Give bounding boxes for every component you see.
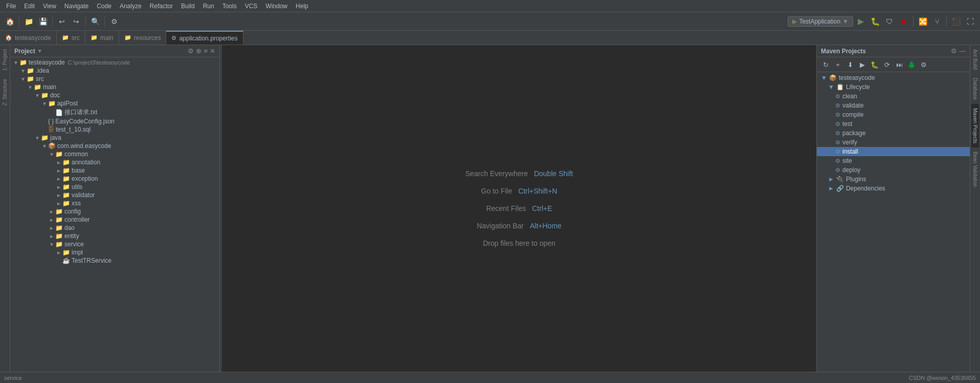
tree-item-json[interactable]: { } EasyCodeConfig.json — [10, 117, 219, 125]
tree-item-exception[interactable]: ► 📁 exception — [10, 175, 219, 183]
menu-run[interactable]: Run — [199, 2, 218, 11]
project-scroll-icon[interactable]: ⊕ — [196, 47, 202, 55]
menu-tools[interactable]: Tools — [218, 2, 241, 11]
maven-minimize-icon[interactable]: — — [959, 47, 966, 55]
hint-recent-shortcut[interactable]: Ctrl+E — [532, 204, 552, 212]
menu-navigate[interactable]: Navigate — [60, 2, 93, 11]
maven-item-test[interactable]: ⚙ test — [817, 119, 970, 129]
maven-lifecycle-btn[interactable]: ⟳ — [881, 59, 893, 70]
maven-run-btn[interactable]: ▶ — [857, 59, 868, 70]
maven-item-site[interactable]: ⚙ site — [817, 156, 970, 165]
tree-item-src[interactable]: ▼ 📁 src — [10, 75, 219, 83]
toolbar-terminal-btn[interactable]: ⬛ — [949, 15, 963, 28]
tree-label-dao: dao — [64, 224, 75, 231]
hint-search-shortcut[interactable]: Double Shift — [534, 169, 573, 178]
tree-item-apipost[interactable]: ▼ 📁 apiPost — [10, 99, 219, 108]
maven-item-clean[interactable]: ⚙ clean — [817, 92, 970, 101]
tree-item-txt[interactable]: 📄 接口请求.txt — [10, 108, 219, 117]
maven-item-compile[interactable]: ⚙ compile — [817, 110, 970, 119]
hint-nav-shortcut[interactable]: Alt+Home — [530, 222, 562, 230]
stop-button[interactable]: ■ — [897, 15, 910, 28]
maven-item-verify[interactable]: ⚙ verify — [817, 138, 970, 147]
tree-item-entity[interactable]: ► 📁 entity — [10, 232, 219, 240]
menu-window[interactable]: Window — [261, 2, 292, 11]
tree-item-sql[interactable]: 🗄 test_t_10.sql — [10, 125, 219, 134]
menu-refactor[interactable]: Refactor — [146, 2, 177, 11]
tab-resources[interactable]: 📁 resources — [119, 31, 167, 45]
tree-item-validator[interactable]: ► 📁 validator — [10, 191, 219, 199]
maven-item-lifecycle[interactable]: ▼ 📋 Lifecycle — [817, 82, 970, 92]
menu-build[interactable]: Build — [177, 2, 199, 11]
tab-src[interactable]: 📁 src — [57, 31, 85, 45]
tree-item-dao[interactable]: ► 📁 dao — [10, 224, 219, 232]
run-button[interactable]: ▶ — [854, 15, 867, 28]
maven-item-plugins[interactable]: ► 🔌 Plugins — [817, 175, 970, 184]
tab-testeasycode[interactable]: 🏠 testeasycode — [0, 31, 57, 45]
toolbar-branch-btn[interactable]: ⑂ — [930, 15, 944, 28]
toolbar-maximize-btn[interactable]: ⛶ — [964, 15, 977, 28]
menu-analyze[interactable]: Analyze — [116, 2, 146, 11]
toolbar-undo-btn[interactable]: ↩ — [55, 15, 69, 28]
toolbar-vcs-btn[interactable]: 🔀 — [916, 15, 929, 28]
run-config-dropdown[interactable]: ▶ TestApplication ▼ — [788, 16, 853, 27]
project-collapse-icon[interactable]: ≡ — [204, 47, 208, 55]
maven-settings-icon[interactable]: ⚙ — [951, 47, 957, 55]
right-tab-ant-build[interactable]: Ant Build — [971, 45, 979, 74]
tree-item-utils[interactable]: ► 📁 utils — [10, 183, 219, 191]
maven-item-validate[interactable]: ⚙ validate — [817, 101, 970, 110]
tree-item-package[interactable]: ▼ 📦 com.wind.easycode — [10, 142, 219, 150]
maven-tree-btn[interactable]: 🌲 — [906, 59, 917, 70]
tree-item-annotation[interactable]: ► 📁 annotation — [10, 158, 219, 166]
maven-item-testeasycode[interactable]: ▼ 📦 testeasycode — [817, 73, 970, 82]
tree-item-main[interactable]: ▼ 📁 main — [10, 83, 219, 91]
menu-code[interactable]: Code — [93, 2, 116, 11]
project-dropdown-arrow[interactable]: ▼ — [37, 48, 42, 54]
debug-button[interactable]: 🐛 — [868, 15, 882, 28]
tree-item-controller[interactable]: ► 📁 controller — [10, 216, 219, 224]
tree-item-common[interactable]: ▼ 📁 common — [10, 150, 219, 158]
tree-item-config[interactable]: ► 📁 config — [10, 207, 219, 216]
menu-vcs[interactable]: VCS — [241, 2, 262, 11]
maven-add-btn[interactable]: + — [832, 59, 843, 70]
menu-file[interactable]: File — [2, 2, 20, 11]
right-tab-database[interactable]: Database — [971, 74, 979, 104]
hint-goto-shortcut[interactable]: Ctrl+Shift+N — [518, 187, 557, 195]
menu-help[interactable]: Help — [292, 2, 313, 11]
tree-item-idea[interactable]: ▼ 📁 .idea — [10, 67, 219, 75]
maven-item-deploy[interactable]: ⚙ deploy — [817, 165, 970, 175]
toolbar-search-btn[interactable]: 🔍 — [88, 15, 102, 28]
coverage-button[interactable]: 🛡 — [883, 15, 896, 28]
tree-item-doc[interactable]: ▼ 📁 doc — [10, 91, 219, 99]
toolbar-redo-btn[interactable]: ↪ — [70, 15, 83, 28]
sidebar-item-project[interactable]: 1: Project — [1, 45, 9, 75]
maven-item-dependencies[interactable]: ► 🔗 Dependencies — [817, 184, 970, 193]
maven-item-package[interactable]: ⚙ package — [817, 129, 970, 138]
maven-settings2-btn[interactable]: ⚙ — [918, 59, 929, 70]
tree-item-java[interactable]: ▼ 📁 java — [10, 134, 219, 142]
right-tab-maven[interactable]: Maven Projects — [971, 104, 979, 147]
menu-edit[interactable]: Edit — [20, 2, 39, 11]
maven-item-install[interactable]: ⚙ install — [817, 147, 970, 156]
maven-skip-btn[interactable]: ⏭ — [894, 59, 905, 70]
tree-item-testtrservice[interactable]: ☕ TestTRService — [10, 257, 219, 265]
maven-download-btn[interactable]: ⬇ — [844, 59, 856, 70]
toolbar-home-btn[interactable]: 🏠 — [3, 15, 16, 28]
project-sync-icon[interactable]: ⚙ — [188, 47, 194, 55]
tree-item-impl[interactable]: ► 📁 impl — [10, 248, 219, 257]
tree-item-service[interactable]: ▼ 📁 service — [10, 240, 219, 248]
sidebar-item-structure[interactable]: Z: Structure — [1, 75, 9, 110]
tree-item-base[interactable]: ► 📁 base — [10, 166, 219, 175]
tree-item-xss[interactable]: ► 📁 xss — [10, 199, 219, 207]
tab-main[interactable]: 📁 main — [85, 31, 119, 45]
toolbar-save-btn[interactable]: 💾 — [36, 15, 50, 28]
menu-view[interactable]: View — [39, 2, 60, 11]
maven-refresh-btn[interactable]: ↻ — [820, 59, 831, 70]
toolbar-settings-btn[interactable]: ⚙ — [107, 15, 121, 28]
right-tab-bean-validation[interactable]: Bean Validation — [971, 147, 979, 191]
tab-application-properties[interactable]: ⚙ application.properties — [166, 31, 243, 45]
tree-item-testeasycode[interactable]: ▼ 📁 testeasycode C:\project3\testeasycod… — [10, 58, 219, 67]
toolbar-folder-btn[interactable]: 📁 — [22, 15, 35, 28]
maven-debug-btn[interactable]: 🐛 — [869, 59, 880, 70]
tree-arrow-dao: ► — [48, 225, 55, 231]
project-close-icon[interactable]: ✕ — [210, 47, 215, 55]
